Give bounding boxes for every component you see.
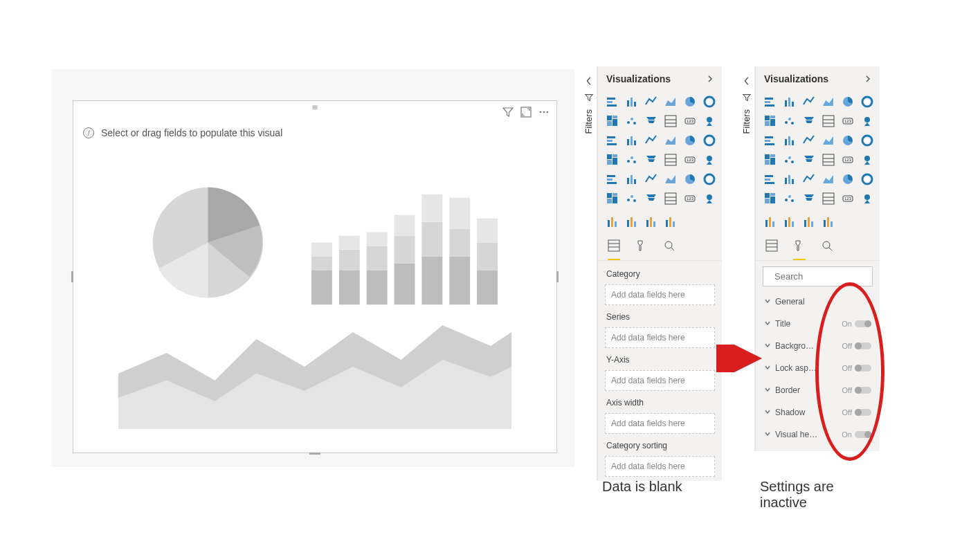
viz-clustered-bar-icon[interactable]	[801, 94, 817, 109]
viz-funnel-icon[interactable]	[624, 133, 639, 148]
viz-scatter-icon[interactable]	[801, 133, 817, 148]
format-toggle[interactable]	[855, 320, 871, 327]
viz-card-icon[interactable]: 123	[682, 152, 698, 167]
viz-clustered-bar-icon[interactable]	[644, 94, 659, 109]
viz-clustered-column-icon[interactable]	[663, 94, 678, 109]
viz-line-stacked-column-icon[interactable]	[663, 113, 678, 129]
viz-line-icon[interactable]	[605, 113, 620, 129]
viz-line-stacked-column-icon[interactable]	[821, 113, 836, 129]
viz-python-visual-icon[interactable]	[860, 172, 875, 187]
viz-waterfall-icon[interactable]	[605, 133, 620, 148]
viz-kpi-icon[interactable]	[605, 172, 620, 187]
viz-card-icon[interactable]: 123	[840, 152, 855, 167]
format-search[interactable]	[763, 266, 873, 286]
viz-area-icon[interactable]	[782, 113, 797, 129]
viz-stacked-area-icon[interactable]	[801, 113, 817, 129]
viz-treemap-icon[interactable]	[860, 133, 875, 148]
viz-pie-icon[interactable]	[821, 133, 836, 148]
format-row[interactable]: Lock asp…Off	[763, 357, 873, 379]
format-toggle[interactable]	[855, 365, 871, 372]
viz-slicer-icon[interactable]	[782, 172, 797, 187]
format-toggle[interactable]	[855, 387, 871, 394]
field-well[interactable]: Add data fields here	[605, 284, 715, 305]
custom-viz-custom-1-icon[interactable]	[605, 214, 620, 230]
viz-power-apps-icon[interactable]: 123	[840, 191, 855, 206]
format-row[interactable]: Backgro…Off	[763, 335, 873, 357]
viz-funnel-icon[interactable]	[782, 133, 797, 148]
viz-line-icon[interactable]	[763, 113, 778, 129]
format-search-input[interactable]	[774, 271, 891, 282]
viz-100-stacked-column-icon[interactable]	[702, 94, 717, 109]
filters-pane-collapsed[interactable]: Filters	[581, 66, 597, 481]
expand-left-icon[interactable]	[584, 76, 594, 86]
field-well[interactable]: Add data fields here	[605, 413, 715, 434]
viz-line-clustered-column-icon[interactable]: 123	[682, 113, 698, 129]
format-row[interactable]: Visual he…On	[763, 423, 873, 446]
viz-python-visual-icon[interactable]	[702, 172, 717, 187]
viz-multi-row-card-icon[interactable]	[702, 152, 717, 167]
viz-100-stacked-bar-icon[interactable]	[682, 94, 698, 109]
analytics-tab[interactable]	[663, 239, 675, 260]
filters-pane-collapsed[interactable]: Filters	[738, 66, 755, 451]
viz-multi-row-card-icon[interactable]	[860, 152, 875, 167]
viz-100-stacked-bar-icon[interactable]	[840, 94, 855, 109]
format-toggle[interactable]	[855, 431, 871, 438]
viz-matrix-icon[interactable]	[821, 172, 836, 187]
custom-viz-custom-4-icon[interactable]	[663, 214, 678, 230]
viz-waterfall-icon[interactable]	[763, 133, 778, 148]
format-toggle[interactable]	[855, 409, 871, 416]
viz-treemap-icon[interactable]	[702, 133, 717, 148]
custom-viz-custom-3-icon[interactable]	[644, 214, 659, 230]
viz-ribbon-icon[interactable]	[702, 113, 717, 129]
viz-key-influencers-icon[interactable]	[763, 191, 778, 206]
field-well[interactable]: Add data fields here	[605, 327, 715, 348]
filter-icon[interactable]	[502, 107, 514, 120]
format-row[interactable]: General	[763, 291, 873, 313]
collapse-panel-icon[interactable]	[707, 73, 714, 84]
viz-ribbon-icon[interactable]	[860, 113, 875, 129]
viz-table-icon[interactable]	[644, 172, 659, 187]
viz-shape-map-icon[interactable]	[644, 152, 659, 167]
viz-filled-map-icon[interactable]	[624, 152, 639, 167]
drag-grip-icon[interactable]: ══	[312, 105, 317, 109]
viz-r-visual-icon[interactable]	[840, 172, 855, 187]
viz-clustered-column-icon[interactable]	[821, 94, 836, 109]
viz-stacked-area-icon[interactable]	[644, 113, 659, 129]
viz-more-icon[interactable]	[702, 191, 717, 206]
more-options-icon[interactable]	[538, 107, 550, 120]
analytics-tab[interactable]	[821, 239, 833, 260]
viz-map-icon[interactable]	[605, 152, 620, 167]
viz-pie-icon[interactable]	[663, 133, 678, 148]
viz-r-visual-icon[interactable]	[682, 172, 698, 187]
viz-paginated-icon[interactable]	[663, 191, 678, 206]
viz-decomposition-tree-icon[interactable]	[782, 191, 797, 206]
viz-qa-icon[interactable]	[644, 191, 659, 206]
focus-mode-icon[interactable]	[520, 107, 532, 120]
expand-left-icon[interactable]	[742, 76, 752, 86]
custom-viz-custom-3-icon[interactable]	[801, 214, 817, 230]
viz-more-icon[interactable]	[860, 191, 875, 206]
custom-viz-custom-4-icon[interactable]	[821, 214, 836, 230]
viz-map-icon[interactable]	[763, 152, 778, 167]
format-row[interactable]: BorderOff	[763, 379, 873, 401]
viz-donut-icon[interactable]	[840, 133, 855, 148]
viz-slicer-icon[interactable]	[624, 172, 639, 187]
field-well[interactable]: Add data fields here	[605, 456, 715, 477]
viz-area-icon[interactable]	[624, 113, 639, 129]
viz-100-stacked-column-icon[interactable]	[860, 94, 875, 109]
visual-placeholder[interactable]: ══ i Select or drag fields to populate t…	[73, 100, 557, 453]
format-toggle[interactable]	[855, 342, 871, 349]
viz-gauge-icon[interactable]	[821, 152, 836, 167]
viz-decomposition-tree-icon[interactable]	[624, 191, 639, 206]
viz-stacked-column-icon[interactable]	[624, 94, 639, 109]
viz-gauge-icon[interactable]	[663, 152, 678, 167]
viz-donut-icon[interactable]	[682, 133, 698, 148]
fields-tab[interactable]	[608, 239, 620, 260]
fields-tab[interactable]	[765, 239, 778, 260]
viz-shape-map-icon[interactable]	[801, 152, 817, 167]
format-tab[interactable]	[635, 239, 648, 260]
viz-matrix-icon[interactable]	[663, 172, 678, 187]
viz-filled-map-icon[interactable]	[782, 152, 797, 167]
viz-stacked-bar-icon[interactable]	[763, 94, 778, 109]
viz-key-influencers-icon[interactable]	[605, 191, 620, 206]
